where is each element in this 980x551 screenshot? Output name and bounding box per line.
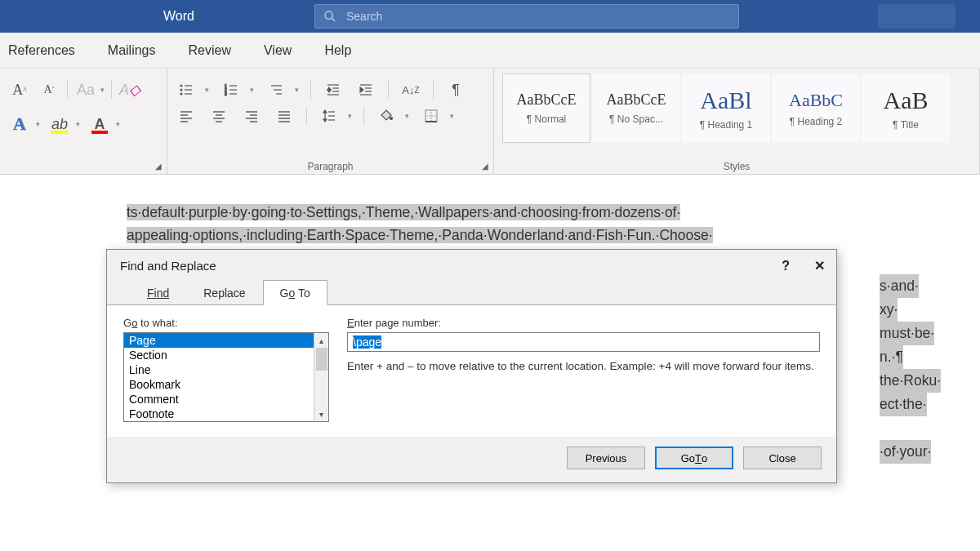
scroll-down-icon[interactable]: ▾ [314, 407, 328, 421]
style-normal[interactable]: AaBbCcE¶ Normal [502, 73, 590, 143]
caret-icon: ▾ [116, 120, 120, 128]
dialog-body: Go to what: Page Section Line Bookmark C… [107, 304, 836, 437]
divider [306, 107, 307, 125]
styles-group-label: Styles [494, 161, 979, 172]
list-item[interactable]: Comment [124, 392, 314, 407]
tab-goto[interactable]: Go To [263, 280, 327, 305]
tab-mailings[interactable]: Mailings [108, 40, 156, 61]
divider [363, 107, 364, 125]
svg-point-6 [180, 93, 182, 95]
svg-point-2 [180, 85, 182, 87]
shading-button[interactable] [376, 106, 397, 126]
scroll-thumb[interactable] [316, 348, 327, 371]
caret-icon: ▾ [405, 112, 409, 120]
search-box[interactable]: Search [314, 4, 739, 29]
search-placeholder: Search [346, 10, 382, 23]
dialog-title: Find and Replace [120, 259, 216, 273]
caret-icon: ▾ [36, 120, 40, 128]
caret-icon: ▾ [450, 112, 454, 120]
borders-button[interactable] [421, 106, 442, 126]
previous-button[interactable]: Previous [567, 447, 645, 469]
document-area[interactable]: ts·default·purple·by·going·to·Settings,·… [0, 175, 980, 247]
svg-point-0 [325, 11, 332, 19]
shrink-font-button[interactable]: Aˇ [38, 78, 60, 101]
scrollbar[interactable]: ▴ ▾ [314, 333, 328, 421]
font-dialog-launcher-icon[interactable]: ◢ [155, 162, 162, 171]
ribbon-tabs: References Mailings Review View Help [0, 33, 980, 69]
doc-text: ts·default·purple·by·going·to·Settings,·… [127, 204, 680, 220]
user-badge[interactable] [878, 4, 956, 29]
tab-view[interactable]: View [264, 40, 292, 61]
list-item[interactable]: Footnote [124, 407, 314, 421]
highlight-button[interactable]: ab [48, 113, 71, 136]
scroll-up-icon[interactable]: ▴ [314, 333, 328, 348]
list-item[interactable]: Section [124, 348, 314, 362]
dialog-titlebar[interactable]: Find and Replace ? ✕ [107, 250, 836, 280]
clear-formatting-button[interactable]: A◇ [118, 78, 141, 101]
svg-marker-19 [327, 90, 331, 92]
styles-group: AaBbCcE¶ Normal AaBbCcE¶ No Spac... AaBl… [494, 69, 980, 174]
doc-text: appealing·options,·including·Earth·Space… [127, 227, 713, 243]
find-replace-dialog: Find and Replace ? ✕ Find Replace Go To … [106, 249, 837, 483]
bullets-button[interactable] [176, 80, 197, 100]
svg-marker-46 [323, 119, 327, 122]
change-case-button[interactable]: Aa [74, 78, 97, 101]
enter-page-label: Enter page number: [347, 317, 441, 329]
grow-font-button[interactable]: A^ [8, 78, 31, 101]
align-right-button[interactable] [241, 106, 262, 126]
close-icon[interactable]: ✕ [814, 258, 825, 273]
increase-indent-button[interactable] [355, 80, 376, 100]
decrease-indent-button[interactable] [323, 80, 344, 100]
show-hide-button[interactable]: ¶ [445, 80, 466, 100]
tab-find[interactable]: Find [130, 280, 186, 305]
text-effects-button[interactable]: A [8, 113, 31, 136]
font-group: A^ Aˇ Aa▾ A◇ A▾ ab▾ A▾ ◢ [0, 69, 167, 174]
list-item[interactable]: Page [124, 333, 314, 348]
justify-button[interactable] [274, 106, 295, 126]
list-item[interactable]: Line [124, 362, 314, 377]
tab-references[interactable]: References [8, 40, 75, 61]
sort-button[interactable]: A↓Z [400, 80, 421, 100]
svg-point-4 [180, 89, 182, 91]
align-left-button[interactable] [176, 106, 197, 126]
caret-icon: ▾ [348, 112, 352, 120]
divider [310, 81, 311, 99]
app-title: Word [163, 9, 194, 24]
style-heading-1[interactable]: AaBl¶ Heading 1 [682, 73, 770, 143]
paragraph-dialog-launcher-icon[interactable]: ◢ [482, 162, 488, 171]
goto-button[interactable]: Go To [655, 447, 733, 469]
tab-help[interactable]: Help [324, 40, 351, 61]
doc-text-fragments: s·and· xy· must·be· n.·¶ the·Roku· ect·t… [880, 274, 941, 464]
svg-marker-24 [360, 87, 363, 92]
align-center-button[interactable] [208, 106, 229, 126]
svg-line-1 [332, 18, 335, 21]
goto-what-listbox[interactable]: Page Section Line Bookmark Comment Footn… [123, 332, 329, 422]
page-number-input[interactable]: \page [347, 332, 820, 352]
tab-review[interactable]: Review [189, 40, 231, 61]
caret-icon: ▾ [100, 86, 105, 94]
divider [388, 81, 389, 99]
close-button[interactable]: Close [743, 447, 822, 469]
svg-point-50 [390, 118, 393, 120]
title-bar: Word Search [0, 0, 980, 33]
style-title[interactable]: AaB¶ Title [862, 73, 950, 143]
divider [111, 81, 112, 99]
caret-icon: ▾ [205, 86, 209, 94]
ribbon: A^ Aˇ Aa▾ A◇ A▾ ab▾ A▾ ◢ ▾ 123▾ ▾ A↓Z ¶ [0, 69, 980, 175]
list-item[interactable]: Bookmark [124, 377, 314, 392]
divider [433, 81, 434, 99]
paragraph-group: ▾ 123▾ ▾ A↓Z ¶ ▾ ▾ ▾ Paragraph ◢ [167, 69, 494, 174]
multilevel-list-button[interactable] [265, 80, 287, 100]
tab-replace[interactable]: Replace [186, 280, 262, 305]
goto-what-label: Go to what: [123, 317, 178, 329]
numbering-button[interactable]: 123 [220, 80, 242, 100]
font-color-button[interactable]: A [88, 113, 111, 136]
goto-hint: Enter + and – to move relative to the cu… [347, 358, 820, 375]
style-no-spacing[interactable]: AaBbCcE¶ No Spac... [592, 73, 680, 143]
line-spacing-button[interactable] [318, 106, 340, 126]
paragraph-group-label: Paragraph [167, 161, 493, 172]
style-heading-2[interactable]: AaBbC¶ Heading 2 [772, 73, 860, 143]
caret-icon: ▾ [295, 86, 299, 94]
help-icon[interactable]: ? [782, 259, 790, 273]
caret-icon: ▾ [76, 120, 80, 128]
